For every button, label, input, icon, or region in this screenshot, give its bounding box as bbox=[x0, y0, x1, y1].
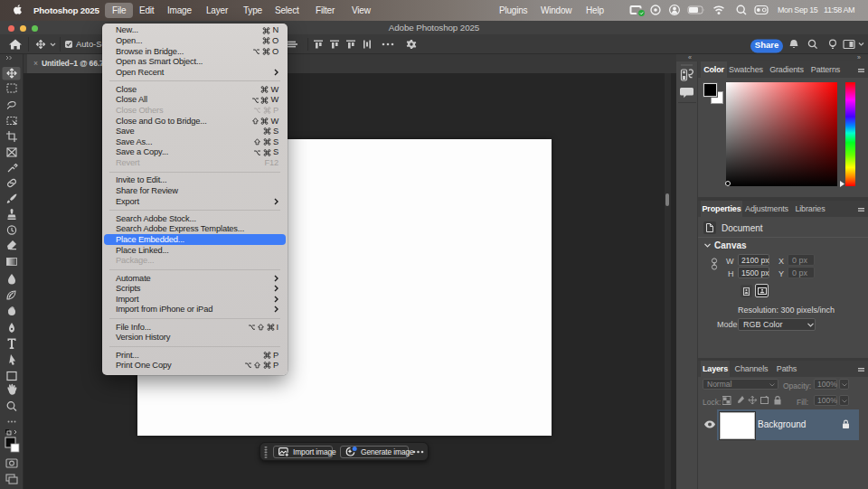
svg-text:Share: Share bbox=[755, 40, 778, 50]
